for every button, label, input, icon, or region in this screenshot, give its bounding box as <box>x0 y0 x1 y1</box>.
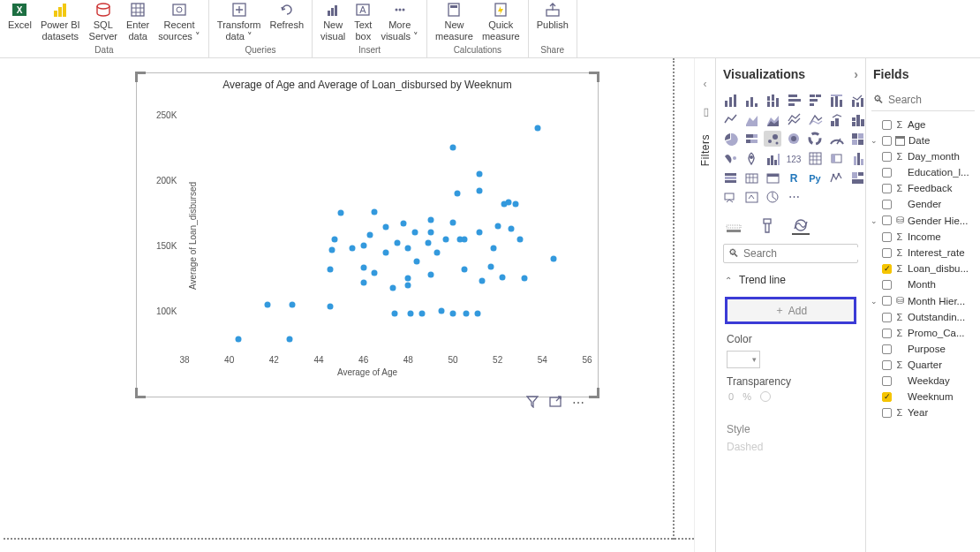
field-checkbox[interactable] <box>882 136 892 146</box>
viz-type-chip-17[interactable] <box>785 131 803 147</box>
more-options-icon[interactable]: ⋯ <box>572 396 584 411</box>
format-tab-icon[interactable] <box>758 217 776 235</box>
resize-handle-bl[interactable] <box>135 388 146 398</box>
viz-type-chip-3[interactable] <box>785 92 803 108</box>
style-property-value[interactable]: Dashed <box>716 437 865 455</box>
field-education-l-[interactable]: Education_l... <box>866 164 980 180</box>
data-point[interactable] <box>474 311 480 317</box>
data-point[interactable] <box>418 311 425 317</box>
data-point[interactable] <box>401 221 407 227</box>
color-picker[interactable]: ▾ <box>727 351 760 368</box>
viz-type-chip-4[interactable] <box>806 92 824 108</box>
field-checkbox[interactable] <box>882 360 892 370</box>
resize-handle-br[interactable] <box>589 388 599 398</box>
expand-filters-icon[interactable]: ‹ <box>704 78 707 90</box>
data-point[interactable] <box>383 224 389 231</box>
viz-type-chip-18[interactable] <box>806 131 824 147</box>
data-point[interactable] <box>360 243 366 249</box>
viz-type-chip-16[interactable] <box>764 131 781 147</box>
data-point[interactable] <box>360 265 366 271</box>
data-point[interactable] <box>338 210 344 216</box>
field-checkbox[interactable]: ✓ <box>882 264 892 274</box>
filter-icon[interactable] <box>526 396 539 411</box>
field-month[interactable]: Month <box>866 276 980 292</box>
viz-type-chip-35[interactable] <box>721 189 739 205</box>
data-point[interactable] <box>327 266 333 272</box>
viz-type-chip-38[interactable]: ⋯ <box>785 189 803 205</box>
data-point[interactable] <box>461 236 467 242</box>
field-checkbox[interactable]: ✓ <box>882 392 892 402</box>
analytics-tab-icon[interactable] <box>792 217 810 235</box>
data-point[interactable] <box>394 240 400 246</box>
data-point[interactable] <box>383 249 389 255</box>
field-checkbox[interactable] <box>882 200 892 209</box>
data-point[interactable] <box>479 278 485 284</box>
field-promo-ca-[interactable]: ΣPromo_Ca... <box>866 325 980 341</box>
data-point[interactable] <box>392 311 398 317</box>
viz-type-chip-30[interactable] <box>764 170 781 185</box>
field-checkbox[interactable] <box>882 120 892 130</box>
viz-type-chip-27[interactable] <box>848 150 866 166</box>
trend-line-section-header[interactable]: ⌃ Trend line <box>716 267 865 290</box>
data-point[interactable] <box>477 187 483 193</box>
viz-type-chip-34[interactable] <box>848 170 866 185</box>
field-weeknum[interactable]: ✓Weeknum <box>866 389 980 405</box>
viz-type-chip-6[interactable] <box>848 92 866 108</box>
field-weekday[interactable]: Weekday <box>866 373 980 389</box>
data-point[interactable] <box>443 236 449 242</box>
field-checkbox[interactable] <box>882 184 892 193</box>
data-point[interactable] <box>488 264 494 270</box>
viz-type-chip-21[interactable] <box>721 150 739 166</box>
data-point[interactable] <box>331 236 337 242</box>
data-point[interactable] <box>289 302 295 308</box>
field-checkbox[interactable] <box>882 168 892 178</box>
viz-type-chip-28[interactable] <box>721 170 739 185</box>
field-checkbox[interactable] <box>882 376 892 386</box>
data-point[interactable] <box>499 274 505 280</box>
field-month-hier-[interactable]: ⌄⛁Month Hier... <box>866 292 980 309</box>
field-checkbox[interactable] <box>882 216 892 225</box>
data-point[interactable] <box>264 302 270 308</box>
data-point[interactable] <box>389 284 396 291</box>
data-point[interactable] <box>455 190 461 196</box>
data-point[interactable] <box>372 270 378 276</box>
data-point[interactable] <box>329 246 335 253</box>
data-point[interactable] <box>405 282 411 288</box>
viz-type-chip-13[interactable] <box>848 111 866 127</box>
data-point[interactable] <box>414 259 420 265</box>
data-point[interactable] <box>360 279 366 285</box>
viz-type-chip-29[interactable] <box>743 170 760 185</box>
viz-type-chip-23[interactable] <box>764 150 781 166</box>
ribbon-button-enter-data[interactable]: Enterdata <box>122 0 154 42</box>
field-checkbox[interactable] <box>882 313 892 322</box>
data-point[interactable] <box>427 271 433 277</box>
field-income[interactable]: ΣIncome <box>866 229 980 245</box>
field-age[interactable]: ΣAge <box>866 117 980 132</box>
focus-mode-icon[interactable] <box>549 396 562 411</box>
ribbon-button-more-visuals-[interactable]: Morevisuals ˅ <box>376 0 423 42</box>
viz-type-chip-25[interactable] <box>806 150 824 166</box>
analytics-search[interactable]: 🔍︎ <box>723 244 858 263</box>
viz-type-chip-36[interactable] <box>743 189 760 205</box>
data-point[interactable] <box>535 125 541 131</box>
data-point[interactable] <box>367 232 373 238</box>
transparency-control[interactable]: 0 % <box>716 389 865 404</box>
data-point[interactable] <box>427 216 433 223</box>
data-point[interactable] <box>235 336 241 342</box>
data-point[interactable] <box>434 249 441 255</box>
data-point[interactable] <box>461 266 467 272</box>
data-point[interactable] <box>407 311 413 317</box>
report-canvas[interactable]: Average of Age and Average of Loan_disbu… <box>0 58 694 552</box>
fields-tab-icon[interactable] <box>725 217 743 235</box>
data-point[interactable] <box>508 225 514 231</box>
data-point[interactable] <box>551 256 557 262</box>
ribbon-button-new-visual[interactable]: Newvisual <box>316 0 350 42</box>
data-point[interactable] <box>450 311 456 317</box>
viz-type-chip-5[interactable] <box>827 92 845 108</box>
fields-search-input[interactable] <box>888 94 980 106</box>
viz-type-chip-2[interactable] <box>764 92 781 108</box>
field-checkbox[interactable] <box>882 152 892 162</box>
collapse-pane-icon[interactable]: › <box>854 67 858 81</box>
viz-type-chip-0[interactable] <box>721 92 739 108</box>
field-outstandin-[interactable]: ΣOutstandin... <box>866 309 980 325</box>
